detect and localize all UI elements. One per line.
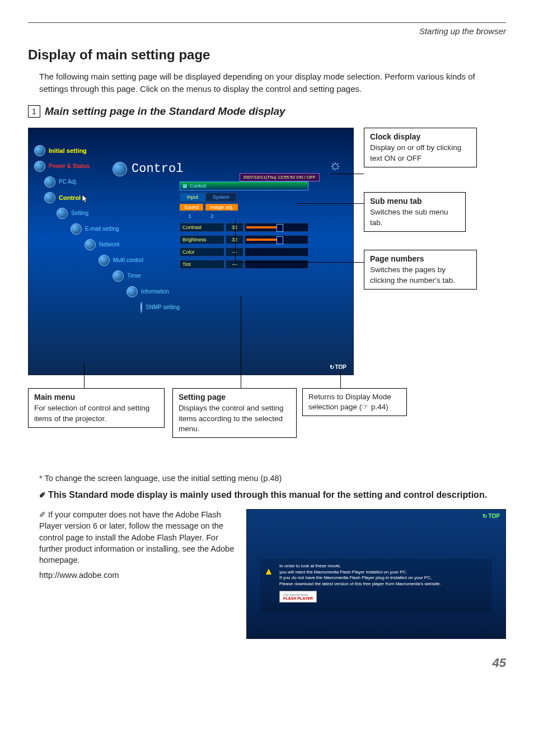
panel-header: ▦ Control [180, 181, 308, 190]
section-number: 1 [28, 105, 40, 118]
language-footnote: * To change the screen language, use the… [39, 474, 506, 483]
slider-tint[interactable] [245, 260, 308, 269]
menu-item-control[interactable]: Control [44, 192, 180, 203]
callout-main-menu: Main menu For selection of control and s… [28, 388, 165, 428]
subsection-text: Main setting page in the Standard Mode d… [45, 105, 285, 118]
slider-contrast[interactable] [245, 223, 308, 232]
slider-color[interactable] [245, 248, 308, 256]
subtab-sound[interactable]: Sound [180, 204, 203, 211]
menu-item-timer[interactable]: Timer [113, 270, 180, 282]
slider-brightness[interactable] [245, 235, 308, 244]
setting-panel: ▦ Control Input System Sound Image adj. … [180, 181, 308, 269]
menu-item-email-setting[interactable]: E-mail setting [71, 223, 180, 235]
page-tab-2[interactable]: 2 [202, 213, 222, 220]
callout-returns: Returns to Display Mode selection page (… [302, 388, 407, 416]
pencil-icon: ✐ [39, 511, 46, 519]
row-tint: Tint --- [180, 260, 308, 269]
menu-item-pc-adj[interactable]: PC Adj. [44, 176, 180, 188]
row-brightness: Brightness 32 [180, 235, 308, 244]
page-title: Display of main setting page [28, 47, 506, 63]
row-contrast: Contrast 32 [180, 223, 308, 232]
flash-player-note: ✐If your computer does not have the Adob… [39, 509, 235, 639]
main-setting-screenshot: Control ☼ 2007/10/11(Thu) 13:55:52 ON / … [28, 128, 354, 375]
annotated-diagram: Control ☼ 2007/10/11(Thu) 13:55:52 ON / … [28, 128, 506, 464]
row-color: Color --- [180, 248, 308, 256]
subsection-heading: 1 Main setting page in the Standard Mode… [28, 105, 506, 118]
tab-system[interactable]: System [205, 193, 237, 202]
menu-item-information[interactable]: Information [127, 286, 180, 297]
top-link[interactable]: ↻ TOP [330, 364, 346, 370]
menu-item-power-status[interactable]: Power & Status [34, 161, 180, 172]
warning-icon: ▲ [264, 564, 274, 578]
callout-setting-page: Setting page Displays the control and se… [172, 388, 297, 438]
main-menu: Initial setting Power & Status PC Adj. C… [34, 145, 180, 318]
menu-item-snmp-setting[interactable]: SNMP setting [140, 302, 180, 313]
sun-icon: ☼ [329, 156, 342, 174]
tab-input[interactable]: Input [180, 193, 205, 202]
top-link[interactable]: ↻ TOP [483, 513, 500, 519]
clock-display[interactable]: 2007/10/11(Thu) 13:55:52 ON / OFF [240, 173, 320, 181]
menu-item-network[interactable]: Network [85, 239, 180, 250]
pencil-icon: ✐ [39, 491, 46, 500]
intro-paragraph: The following main setting page will be … [39, 71, 506, 95]
callout-pages: Page numbers Switches the pages by click… [364, 250, 477, 290]
menu-item-initial-setting[interactable]: Initial setting [34, 145, 180, 156]
get-flash-button[interactable]: Get macromedia FLASH PLAYER [279, 591, 317, 603]
menu-item-setting[interactable]: Setting [57, 208, 180, 219]
callout-clock: Clock display Display on or off by click… [364, 128, 477, 167]
callout-submenu: Sub menu tab Switches the sub menu tab. [364, 192, 466, 232]
page-number: 45 [28, 656, 506, 670]
page-tab-1[interactable]: 1 [180, 213, 200, 220]
adobe-url: http://www.adobe.com [39, 570, 235, 581]
cursor-icon [82, 194, 90, 203]
standard-mode-note: ✐This Standard mode display is mainly us… [39, 488, 506, 501]
running-header: Starting up the browser [28, 26, 506, 36]
subtab-image-adj[interactable]: Image adj. [205, 204, 238, 211]
flash-warning-screenshot: ↻ TOP ▲ In order to look at these movie,… [246, 509, 506, 639]
menu-item-multi-control[interactable]: Multi control [99, 255, 180, 266]
